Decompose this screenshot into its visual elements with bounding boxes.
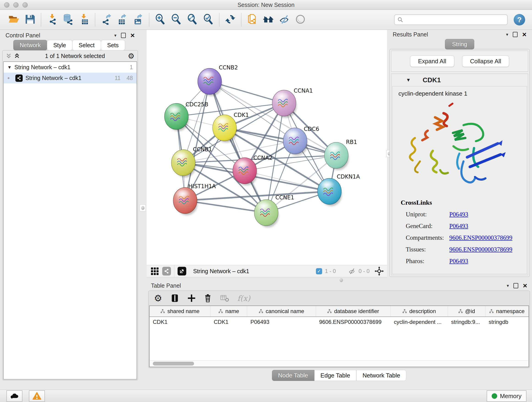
- cell-shared-name[interactable]: CDK1: [150, 319, 210, 325]
- section-expand-icon[interactable]: ▼: [406, 77, 411, 83]
- network-list: ▼ String Network – cdk1 1 ● String Netwo…: [3, 61, 137, 380]
- column-header-id[interactable]: @id: [448, 306, 486, 317]
- export-image-button[interactable]: [130, 12, 146, 27]
- crosslink-compartments-link[interactable]: 9606.ENSP00000378699: [449, 234, 527, 241]
- zoom-selected-button[interactable]: [200, 12, 216, 27]
- column-header-name[interactable]: name: [210, 306, 247, 317]
- tab-edge-table[interactable]: Edge Table: [314, 370, 356, 381]
- panel-menu-icon[interactable]: ▾: [507, 283, 509, 288]
- network-collection-row[interactable]: ▼ String Network – cdk1 1: [4, 62, 137, 73]
- tab-string[interactable]: String: [445, 39, 474, 50]
- cell-canonical-name[interactable]: P06493: [247, 319, 316, 325]
- export-table-button[interactable]: [114, 12, 130, 27]
- tab-style[interactable]: Style: [47, 40, 73, 51]
- panel-float-icon[interactable]: [513, 283, 518, 288]
- network-canvas[interactable]: CCNB2CCNA1CDC25BCDK1CDC6RB1CCNB1CCNA2CDK…: [147, 30, 387, 265]
- close-window-icon[interactable]: [4, 2, 9, 7]
- panel-close-icon[interactable]: ×: [523, 283, 527, 288]
- cell-name[interactable]: CDK1: [210, 319, 247, 325]
- refresh-icon: [225, 14, 236, 26]
- table-row[interactable]: CDK1 CDK1 P06493 9606.ENSP00000378699 cy…: [150, 317, 529, 327]
- gear-icon[interactable]: ⚙: [128, 51, 134, 61]
- panel-float-icon[interactable]: [121, 33, 126, 38]
- fit-content-button[interactable]: [184, 12, 200, 27]
- column-header-shared-name[interactable]: shared name: [150, 306, 210, 317]
- cell-id[interactable]: stringdb:9...: [448, 319, 486, 325]
- panel-menu-icon[interactable]: ▾: [506, 32, 508, 37]
- import-network-database-button[interactable]: [60, 12, 76, 27]
- stringapp-query-button[interactable]: [244, 12, 260, 27]
- birds-eye-view-button[interactable]: [162, 267, 171, 275]
- tab-sets[interactable]: Sets: [101, 40, 125, 51]
- crosslink-genecard-link[interactable]: P06493: [449, 223, 527, 230]
- column-header-database-identifier[interactable]: database identifier: [316, 306, 391, 317]
- pan-mode-button[interactable]: [375, 267, 384, 276]
- selected-checkbox-icon[interactable]: ✓: [316, 268, 322, 274]
- collapse-all-icon[interactable]: [6, 53, 12, 59]
- expand-all-button[interactable]: Expand All: [410, 56, 454, 67]
- cell-database-identifier[interactable]: 9606.ENSP00000378699: [316, 319, 391, 325]
- cell-description[interactable]: cyclin-dependent ...: [391, 319, 448, 325]
- grid-view-button[interactable]: [150, 267, 159, 275]
- tab-network-table[interactable]: Network Table: [356, 370, 406, 381]
- panel-close-icon[interactable]: ×: [130, 33, 135, 38]
- tab-node-table[interactable]: Node Table: [272, 370, 314, 381]
- houses-icon: [263, 14, 274, 26]
- table-settings-gear-icon[interactable]: ⚙: [154, 293, 162, 303]
- network-view-toolbar: String Network – cdk1 ✓ 1 - 0 0 - 0: [147, 265, 387, 277]
- collection-expand-icon[interactable]: ▼: [7, 65, 12, 70]
- window-controls[interactable]: [4, 2, 28, 7]
- collection-count: 1: [130, 64, 133, 70]
- gene-section-header[interactable]: ▼ CDK1: [391, 74, 528, 86]
- cloud-status-button[interactable]: [6, 390, 22, 402]
- help-button[interactable]: ?: [514, 14, 525, 26]
- import-network-file-button[interactable]: [44, 12, 60, 27]
- collection-label: String Network – cdk1: [14, 64, 70, 70]
- tab-select[interactable]: Select: [72, 40, 101, 51]
- crosslink-label: GeneCard:: [406, 223, 449, 230]
- zoom-in-button[interactable]: [152, 12, 168, 27]
- network-row[interactable]: ● String Network – cdk1 11 48: [4, 73, 137, 83]
- expand-all-icon[interactable]: [14, 53, 20, 59]
- crosslink-tissues-link[interactable]: 9606.ENSP00000378699: [449, 246, 527, 253]
- export-network-button[interactable]: [98, 12, 114, 27]
- show-columns-button[interactable]: [171, 294, 179, 303]
- show-all-button[interactable]: [292, 12, 308, 27]
- crosslink-pharos-link[interactable]: P06493: [449, 258, 527, 265]
- panel-float-icon[interactable]: [513, 32, 518, 37]
- detach-view-button[interactable]: [177, 267, 186, 275]
- zoom-window-icon[interactable]: [22, 2, 28, 7]
- collapse-all-button[interactable]: Collapse All: [462, 56, 509, 67]
- column-header-canonical-name[interactable]: canonical name: [247, 306, 316, 317]
- table-horizontal-scrollbar[interactable]: [150, 361, 529, 367]
- zoom-out-button[interactable]: [168, 12, 184, 27]
- memory-button[interactable]: Memory: [487, 390, 526, 402]
- search-input[interactable]: [405, 16, 507, 23]
- string-network-view[interactable]: CCNB2CCNA1CDC25BCDK1CDC6RB1CCNB1CCNA2CDK…: [147, 30, 387, 265]
- crosslink-uniprot-link[interactable]: P06493: [449, 211, 527, 218]
- delete-table-button-disabled: [220, 294, 229, 302]
- import-table-button[interactable]: [76, 12, 92, 27]
- panel-menu-icon[interactable]: ▾: [114, 33, 117, 38]
- crosshair-move-icon: [375, 267, 384, 276]
- hide-selected-button[interactable]: [276, 12, 292, 27]
- left-splitter-handle[interactable]: [140, 204, 146, 211]
- open-folder-icon: [8, 14, 19, 26]
- panel-close-icon[interactable]: ×: [522, 32, 526, 37]
- scrollbar-thumb[interactable]: [153, 362, 194, 366]
- network-panel: 1 of 1 Network selected ⚙ ▼ String Netwo…: [2, 50, 138, 380]
- add-column-button[interactable]: [187, 294, 196, 302]
- home-networks-button[interactable]: [260, 12, 276, 27]
- delete-column-button[interactable]: [204, 294, 212, 303]
- tab-network[interactable]: Network: [13, 40, 47, 51]
- column-header-description[interactable]: description: [391, 306, 448, 317]
- open-session-button[interactable]: [6, 12, 22, 27]
- search-box[interactable]: [394, 14, 508, 25]
- minimize-window-icon[interactable]: [13, 2, 19, 7]
- warnings-button[interactable]: [29, 390, 45, 402]
- cell-namespace[interactable]: stringdb: [486, 319, 529, 325]
- control-panel-title: Control Panel: [6, 32, 40, 39]
- refresh-view-button[interactable]: [222, 12, 238, 27]
- save-session-button[interactable]: [22, 12, 38, 27]
- column-header-namespace[interactable]: namespace: [486, 306, 529, 317]
